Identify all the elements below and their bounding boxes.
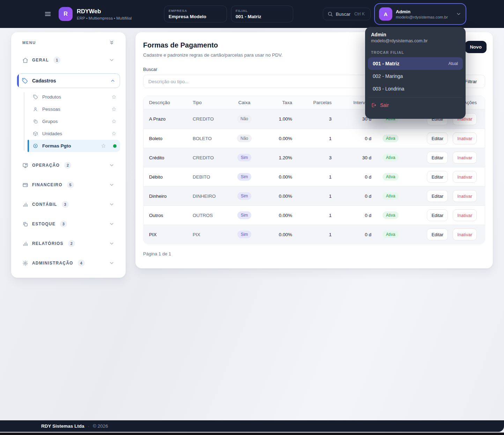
active-status-dot bbox=[113, 144, 117, 148]
sidebar-section-contabil[interactable]: CONTÁBIL3 bbox=[19, 197, 118, 211]
copy-icon bbox=[22, 221, 28, 227]
cell-status: Ativa bbox=[371, 173, 410, 181]
footer-separator: · bbox=[88, 423, 89, 429]
cell-acoes: EditarInativar bbox=[410, 171, 485, 183]
cell-intervalo: 30 d bbox=[332, 155, 371, 160]
edit-button[interactable]: Editar bbox=[427, 190, 448, 202]
caixa-badge: Sim bbox=[237, 192, 252, 200]
app-root: R RDYWeb ERP • Multiempresa • Multifilia… bbox=[0, 0, 504, 435]
sidebar-header: MENU bbox=[22, 38, 114, 47]
logout-icon bbox=[371, 102, 377, 108]
cell-parcelas: 1 bbox=[292, 174, 332, 180]
sidebar-section-count: 5 bbox=[67, 181, 74, 188]
sidebar-section-estoque[interactable]: ESTOQUE3 bbox=[19, 217, 118, 231]
edit-button[interactable]: Editar bbox=[427, 152, 448, 164]
sidebar-item-grupos[interactable]: Grupos bbox=[28, 115, 120, 128]
sidebar-section-count: 1 bbox=[53, 57, 60, 64]
cell-caixa: Não bbox=[228, 135, 261, 142]
column-header-tipo: Tipo bbox=[193, 100, 228, 105]
sidebar-item-pessoas[interactable]: Pessoas bbox=[28, 103, 120, 115]
cell-taxa: 1.20% bbox=[261, 155, 292, 160]
user-avatar: A bbox=[379, 7, 392, 21]
sidebar-section-financeiro[interactable]: FINANCEIRO5 bbox=[19, 178, 118, 192]
sidebar-item-unidades[interactable]: Unidades bbox=[28, 128, 120, 140]
inactivate-button[interactable]: Inativar bbox=[453, 132, 477, 144]
sidebar-item-cadastros[interactable]: Cadastros bbox=[17, 73, 120, 88]
tag-icon bbox=[22, 78, 28, 84]
collapse-sidebar-icon[interactable] bbox=[109, 40, 114, 45]
company-selector[interactable]: EMPRESA Empresa Modelo bbox=[164, 6, 227, 22]
cell-descricao: A Prazo bbox=[143, 116, 193, 122]
new-button[interactable]: Novo bbox=[465, 41, 487, 53]
star-icon bbox=[111, 131, 117, 136]
star-icon bbox=[111, 119, 117, 124]
cell-tipo: PIX bbox=[193, 232, 228, 237]
branch-option-002-maringa[interactable]: 002 - Maringa bbox=[368, 70, 463, 82]
chevron-down-icon bbox=[109, 221, 114, 227]
wallet-icon bbox=[22, 182, 28, 188]
app-subtitle: ERP • Multiempresa • Multifilial bbox=[77, 16, 132, 20]
inactivate-button[interactable]: Inativar bbox=[453, 209, 477, 221]
cell-status: Ativa bbox=[371, 192, 410, 200]
sidebar-item-label: Grupos bbox=[42, 119, 58, 124]
package-icon bbox=[33, 131, 38, 136]
inactivate-button[interactable]: Inativar bbox=[453, 171, 477, 183]
sidebar-section-relatorios[interactable]: RELATÓRIOS2 bbox=[19, 237, 118, 251]
cell-tipo: CREDITO bbox=[193, 155, 228, 160]
window-edge bbox=[0, 433, 504, 435]
cell-intervalo: 0 d bbox=[332, 232, 371, 237]
edit-button[interactable]: Editar bbox=[427, 171, 448, 183]
cell-caixa: Sim bbox=[228, 211, 261, 219]
cell-acoes: EditarInativar bbox=[410, 209, 485, 221]
branch-option-label: 003 - Londrina bbox=[373, 86, 404, 92]
inactivate-button[interactable]: Inativar bbox=[453, 190, 477, 202]
status-badge: Ativa bbox=[383, 154, 399, 161]
caixa-badge: Sim bbox=[237, 173, 252, 181]
cell-caixa: Não bbox=[228, 115, 261, 123]
cell-intervalo: 0 d bbox=[332, 136, 371, 141]
tag-icon bbox=[33, 94, 38, 100]
cell-descricao: Débito bbox=[143, 174, 193, 180]
logout-button[interactable]: Sair bbox=[371, 100, 460, 111]
circle-dot-icon bbox=[33, 143, 38, 148]
inactivate-button[interactable]: Inativar bbox=[453, 229, 477, 240]
branch-option-001-matriz[interactable]: 001 - MatrizAtual bbox=[368, 57, 463, 70]
app-logo: R bbox=[59, 7, 73, 21]
chevron-down-icon bbox=[109, 202, 114, 207]
edit-button[interactable]: Editar bbox=[427, 209, 448, 221]
cell-parcelas: 1 bbox=[292, 213, 332, 218]
cell-descricao: Dinheiro bbox=[143, 194, 193, 199]
cell-descricao: Crédito bbox=[143, 155, 193, 160]
sidebar-section-label: RELATÓRIOS bbox=[32, 241, 64, 246]
column-header-parcelas: Parcelas bbox=[292, 100, 332, 105]
inactivate-button[interactable]: Inativar bbox=[453, 152, 477, 164]
cell-caixa: Sim bbox=[228, 154, 261, 161]
hamburger-menu-icon[interactable] bbox=[43, 10, 52, 18]
cell-status: Ativa bbox=[371, 211, 410, 219]
chevron-down-icon bbox=[109, 260, 114, 266]
user-menu-trigger[interactable]: A Admin modelo@rdysistemas.com.br bbox=[374, 3, 466, 25]
chevron-down-icon bbox=[109, 57, 114, 63]
sidebar-item-formas-pgto[interactable]: Formas Pgto bbox=[28, 140, 120, 152]
cell-tipo: OUTROS bbox=[193, 213, 228, 218]
sidebar-nav: GERAL1CadastrosProdutosPessoasGruposUnid… bbox=[17, 55, 120, 270]
cell-intervalo: 30 d bbox=[332, 116, 371, 122]
sidebar-children: ProdutosPessoasGruposUnidadesFormas Pgto bbox=[17, 91, 120, 152]
sidebar-section-count: 4 bbox=[78, 260, 85, 267]
sidebar-item-produtos[interactable]: Produtos bbox=[28, 91, 120, 103]
edit-button[interactable]: Editar bbox=[427, 132, 448, 144]
table-row-dinheiro: DinheiroDINHEIROSim0.00%10 dAtivaEditarI… bbox=[143, 186, 485, 205]
sidebar-section-operacao[interactable]: OPERAÇÃO2 bbox=[19, 158, 118, 172]
sidebar-section-geral[interactable]: GERAL1 bbox=[19, 55, 118, 66]
sidebar-item-label: Formas Pgto bbox=[42, 143, 71, 148]
chevron-down-icon bbox=[109, 162, 114, 168]
cell-tipo: BOLETO bbox=[193, 136, 228, 141]
cell-acoes: EditarInativar bbox=[410, 190, 485, 202]
global-search[interactable]: Buscar Ctrl K bbox=[323, 8, 371, 20]
edit-button[interactable]: Editar bbox=[427, 229, 448, 240]
sidebar-section-administracao[interactable]: ADMINISTRAÇÃO4 bbox=[19, 256, 118, 270]
table-row-debito: DébitoDEBITOSim0.00%10 dAtivaEditarInati… bbox=[143, 167, 485, 186]
chevron-down-icon bbox=[456, 11, 461, 17]
branch-selector[interactable]: FILIAL 001 - Matriz bbox=[231, 6, 293, 22]
branch-option-003-londrina[interactable]: 003 - Londrina bbox=[368, 82, 463, 95]
